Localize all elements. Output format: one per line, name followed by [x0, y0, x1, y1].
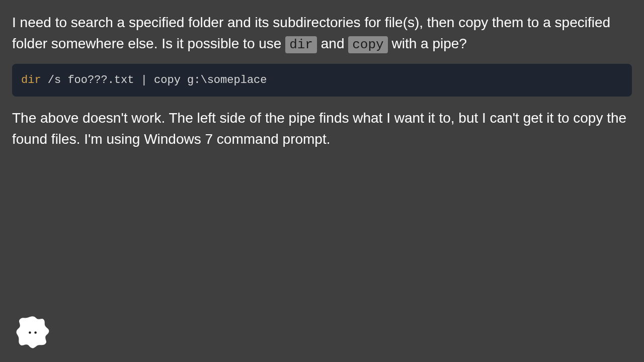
question-body: I need to search a specified folder and … [12, 12, 632, 150]
code-token-cmd: dir [21, 74, 41, 86]
code-block: dir /s foo???.txt | copy g:\someplace [12, 64, 632, 97]
text: and [317, 36, 348, 51]
svg-point-1 [34, 331, 36, 333]
avatar-icon [15, 314, 50, 349]
text: with a pipe? [388, 36, 467, 51]
para-2: The above doesn't work. The left side of… [12, 108, 632, 150]
code-token-rest: /s foo???.txt | copy g:\someplace [41, 74, 267, 86]
inline-code-dir: dir [285, 36, 317, 53]
para-1: I need to search a specified folder and … [12, 12, 632, 55]
svg-point-0 [29, 331, 31, 333]
inline-code-copy: copy [348, 36, 387, 53]
